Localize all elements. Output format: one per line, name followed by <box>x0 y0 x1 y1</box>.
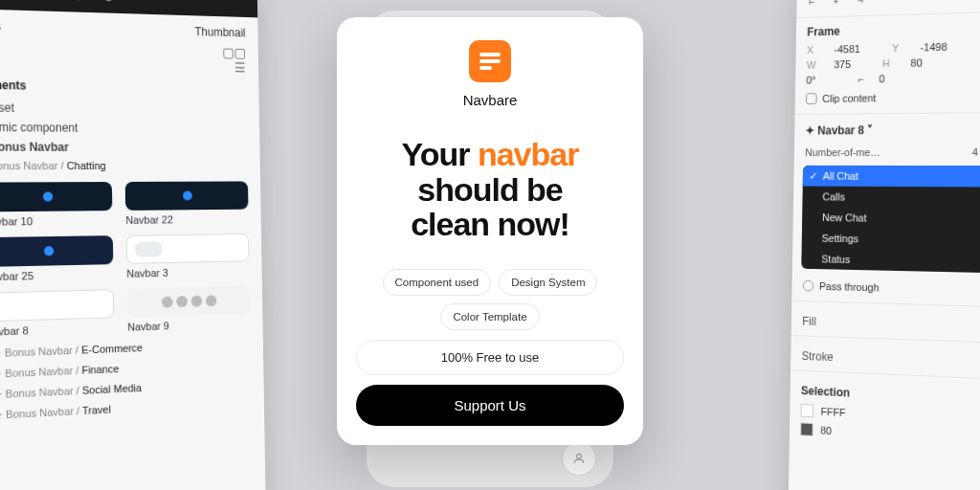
component-thumb[interactable]: Navbar 8 <box>0 289 115 338</box>
variant-dropdown[interactable]: All Chat Calls New Chat Settings Status <box>801 166 980 273</box>
fill-section: Fill <box>791 305 980 339</box>
svg-point-0 <box>577 454 582 458</box>
pass-through-option[interactable]: Pass through <box>791 274 980 302</box>
folder-list: ✦ Bonus Navbar / E-Commerce ✦ Bonus Navb… <box>0 334 252 426</box>
chip: Design System <box>499 269 597 296</box>
chip: Component used <box>383 269 492 296</box>
component-thumb[interactable]: Navbar 9 <box>127 285 251 332</box>
frame-tool-icon[interactable] <box>0 0 14 2</box>
logo-icon <box>469 40 511 82</box>
figma-right-panel: Frame X-4581Y-1498 W375H80 0°⌐0 Clip con… <box>789 0 980 490</box>
rotation-input[interactable]: 0° <box>806 75 815 86</box>
section-components: ponents <box>0 78 247 96</box>
corner-icon: ⌐ <box>858 74 864 85</box>
feature-chips: Component used Design System Color Templ… <box>356 269 624 330</box>
component-thumbnails: Navbar 10 Navbar 22 Navbar 25 Navbar 3 N… <box>0 181 251 337</box>
prop-name: Number-of-me… <box>805 146 880 158</box>
align-top-icon[interactable] <box>874 0 887 8</box>
comment-tool-icon[interactable] <box>77 0 90 4</box>
component-thumb[interactable]: Navbar 25 <box>0 235 114 282</box>
view-mode-label[interactable]: Thumbnail <box>194 25 245 39</box>
variant-label[interactable]: ✦ Navbar 8 ˅ <box>794 117 980 144</box>
dropdown-item[interactable]: New Chat <box>802 207 980 230</box>
tree-item[interactable]: n set <box>0 98 247 120</box>
hand-tool-icon[interactable] <box>102 0 116 5</box>
chip: Color Template <box>440 303 539 330</box>
text-tool-icon[interactable]: T <box>55 0 62 3</box>
tree-item[interactable]: tomic component <box>0 118 247 139</box>
tree-item[interactable]: Bonus Navbar <box>0 137 248 157</box>
clip-content-checkbox[interactable]: Clip content <box>795 84 980 110</box>
prop-value[interactable]: 4 Mer <box>971 146 980 158</box>
pen-tool-icon[interactable] <box>28 0 42 3</box>
phone-corner-button <box>562 441 596 476</box>
component-thumb[interactable]: Navbar 10 <box>0 182 113 228</box>
book-icon[interactable]: ▢▢ <box>222 45 246 60</box>
assets-tab[interactable]: sets <box>0 19 1 33</box>
component-thumb[interactable]: Navbar 22 <box>125 181 249 225</box>
free-badge: 100% Free to use <box>356 340 624 375</box>
x-input[interactable]: -4581 <box>835 43 860 56</box>
component-thumb[interactable]: Navbar 3 <box>126 234 250 279</box>
align-left-icon[interactable] <box>808 0 821 10</box>
align-center-icon[interactable] <box>830 0 843 9</box>
headline: Your navbar should be clean now! <box>402 137 579 242</box>
dropdown-item[interactable]: All Chat <box>803 166 980 188</box>
tree-breadcrumb[interactable]: Bonus Navbar / Chatting <box>0 157 248 175</box>
brand-name: Navbare <box>463 92 518 108</box>
w-input[interactable]: 375 <box>834 58 851 70</box>
y-input[interactable]: -1498 <box>920 41 947 54</box>
corner-input[interactable]: 0 <box>879 73 884 84</box>
align-right-icon[interactable] <box>852 0 865 9</box>
dropdown-item[interactable]: Status <box>801 248 980 273</box>
stroke-section: Stroke <box>791 340 980 375</box>
h-input[interactable]: 80 <box>910 56 922 68</box>
align-middle-icon[interactable] <box>896 0 909 7</box>
promo-card: Navbare Your navbar should be clean now!… <box>337 17 643 445</box>
support-us-button[interactable]: Support Us <box>356 385 624 426</box>
dropdown-item[interactable]: Calls <box>802 186 980 208</box>
figma-left-panel: T sets Thumbnail ▢▢ ☰ ponents n set tomi… <box>0 0 266 490</box>
list-view-icon[interactable]: ☰ <box>234 60 246 76</box>
